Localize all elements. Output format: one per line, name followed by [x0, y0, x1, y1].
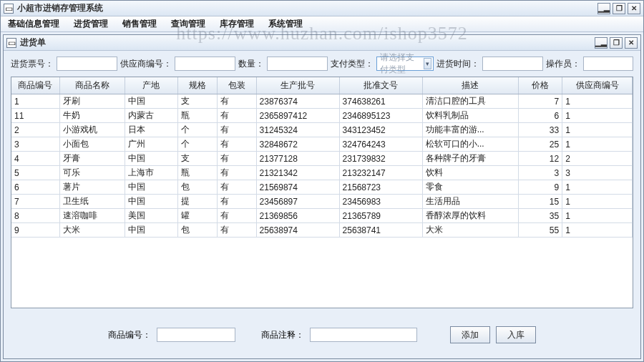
note-input[interactable]: [310, 328, 417, 342]
supplier-input[interactable]: [175, 57, 235, 71]
supplier-label: 供应商编号：: [120, 58, 172, 70]
form-icon: ▭: [6, 38, 16, 48]
table-cell: 中国: [125, 180, 177, 195]
chevron-down-icon: ▾: [424, 58, 431, 69]
table-cell: 包: [177, 180, 217, 195]
table-cell: 饮料: [422, 166, 518, 180]
table-cell: 1: [562, 94, 633, 109]
table-row[interactable]: 6薯片中国包有2156987421568723零食91: [11, 180, 633, 195]
table-cell: 有: [217, 195, 256, 209]
table-cell: 美国: [125, 209, 177, 223]
col-header[interactable]: 描述: [422, 77, 518, 94]
paytype-placeholder: 请选择支付类型: [380, 52, 421, 76]
outer-max-button[interactable]: ❐: [613, 3, 625, 14]
inner-window: ▭ 进货单 ▁▂ ❐ ✕ 进货票号： 供应商编号： 数量： 支付类型：: [3, 34, 641, 359]
add-button[interactable]: 添加: [450, 326, 490, 343]
table-cell: 21369856: [256, 209, 339, 223]
table-cell: 21569874: [256, 180, 339, 195]
time-label: 进货时间：: [436, 58, 479, 70]
table-row[interactable]: 7卫生纸中国提有2345689723456983生活用品151: [11, 195, 633, 209]
table-cell: 1: [562, 137, 633, 152]
table-cell: 2: [562, 152, 633, 166]
qty-input[interactable]: [267, 57, 328, 71]
table-cell: 速溶咖啡: [59, 209, 125, 223]
outer-close-button[interactable]: ✕: [628, 3, 640, 14]
col-header[interactable]: 价格: [519, 77, 562, 94]
app-icon: ▭: [4, 4, 14, 14]
table-cell: 中国: [125, 94, 177, 109]
col-header[interactable]: 批准文号: [339, 77, 422, 94]
table-cell: 大米: [59, 223, 125, 238]
inner-max-button[interactable]: ❐: [610, 37, 623, 49]
table-row[interactable]: 5可乐上海市瓶有21321342213232147饮料33: [11, 166, 633, 180]
menu-item-4[interactable]: 库存管理: [217, 16, 257, 31]
menu-item-1[interactable]: 进货管理: [71, 16, 111, 31]
table-cell: 23456983: [339, 195, 422, 209]
table-cell: 2346895123: [339, 109, 422, 123]
table-row[interactable]: 9大米中国包有2563897425638741大米551: [11, 223, 633, 238]
inner-min-button[interactable]: ▁▂: [595, 37, 608, 49]
menu-item-0[interactable]: 基础信息管理: [5, 16, 62, 31]
ticket-input[interactable]: [57, 57, 117, 71]
table-cell: 231739832: [339, 152, 422, 166]
table-cell: 21365789: [339, 209, 422, 223]
table-cell: 有: [217, 137, 256, 152]
menu-item-2[interactable]: 销售管理: [119, 16, 160, 31]
col-header[interactable]: 产地: [125, 77, 177, 94]
operator-label: 操作员：: [546, 58, 580, 70]
table-cell: 生活用品: [422, 195, 518, 209]
operator-input[interactable]: [583, 57, 633, 71]
code-input[interactable]: [157, 328, 235, 342]
table-row[interactable]: 8速溶咖啡美国罐有2136985621365789香醇浓厚的饮料351: [11, 209, 633, 223]
table-cell: 25: [519, 137, 562, 152]
outer-min-button[interactable]: ▁▂: [597, 3, 610, 14]
table-cell: 牛奶: [59, 109, 125, 123]
table-cell: 21377128: [256, 152, 339, 166]
qty-label: 数量：: [238, 58, 264, 70]
table-row[interactable]: 1牙刷中国支有23876374374638261清洁口腔的工具71: [11, 94, 633, 109]
menu-item-3[interactable]: 查询管理: [168, 16, 208, 31]
table-cell: 324764243: [339, 137, 422, 152]
table-cell: 213232147: [339, 166, 422, 180]
table-cell: 有: [217, 180, 256, 195]
note-label: 商品注释：: [261, 329, 304, 341]
table-row[interactable]: 11牛奶内蒙古瓶有23658974122346895123饮料乳制品61: [11, 109, 633, 123]
stock-button[interactable]: 入库: [496, 326, 536, 343]
table-cell: 小游戏机: [59, 123, 125, 137]
table-cell: 松软可口的小...: [422, 137, 518, 152]
table-row[interactable]: 4牙膏中国支有21377128231739832各种牌子的牙膏122: [11, 152, 633, 166]
col-header[interactable]: 供应商编号: [562, 77, 633, 94]
table-cell: 31245324: [256, 123, 339, 137]
menu-item-5[interactable]: 系统管理: [265, 16, 306, 31]
ticket-label: 进货票号：: [11, 58, 54, 70]
paytype-combo[interactable]: 请选择支付类型 ▾: [376, 57, 434, 71]
table-cell: 33: [519, 123, 562, 137]
table-cell: 有: [217, 209, 256, 223]
app-title: 小超市进销存管理系统: [17, 2, 597, 14]
table-cell: 提: [177, 195, 217, 209]
table-cell: 有: [217, 123, 256, 137]
table-row[interactable]: 3小面包广州个有32848672324764243松软可口的小...251: [11, 137, 633, 152]
table-cell: 3: [11, 137, 59, 152]
menu-bar: 基础信息管理进货管理销售管理查询管理库存管理系统管理: [1, 16, 643, 32]
table-cell: 有: [217, 223, 256, 238]
inner-title: 进货单: [20, 36, 595, 49]
table-cell: 8: [11, 209, 59, 223]
table-cell: 23456897: [256, 195, 339, 209]
table-cell: 35: [519, 209, 562, 223]
table-cell: 25638974: [256, 223, 339, 238]
col-header[interactable]: 包装: [217, 77, 256, 94]
inner-close-button[interactable]: ✕: [625, 37, 638, 49]
col-header[interactable]: 商品名称: [59, 77, 125, 94]
col-header[interactable]: 商品编号: [11, 77, 59, 94]
table-cell: 1: [562, 180, 633, 195]
inner-title-bar: ▭ 进货单 ▁▂ ❐ ✕: [4, 35, 640, 51]
table-row[interactable]: 2小游戏机日本个有31245324343123452功能丰富的游...331: [11, 123, 633, 137]
table-cell: 支: [177, 152, 217, 166]
table-cell: 374638261: [339, 94, 422, 109]
col-header[interactable]: 生产批号: [256, 77, 339, 94]
table-cell: 支: [177, 94, 217, 109]
table-cell: 7: [519, 94, 562, 109]
time-input[interactable]: [482, 57, 543, 71]
col-header[interactable]: 规格: [177, 77, 217, 94]
